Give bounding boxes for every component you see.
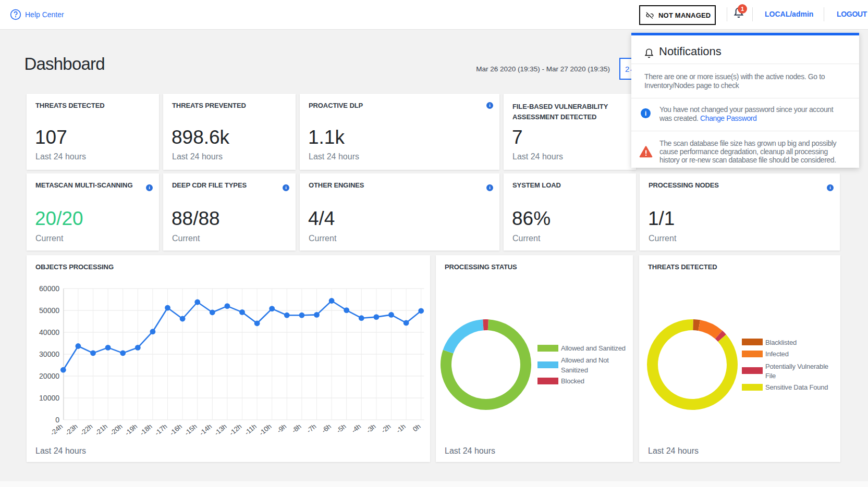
svg-text:-21h: -21h: [93, 422, 109, 437]
svg-text:10000: 10000: [39, 394, 59, 402]
svg-text:30000: 30000: [39, 350, 59, 358]
svg-text:-5h: -5h: [335, 422, 348, 435]
svg-text:-12h: -12h: [228, 422, 243, 437]
svg-text:-8h: -8h: [290, 422, 303, 435]
svg-text:-17h: -17h: [153, 422, 169, 437]
svg-text:50000: 50000: [39, 306, 59, 315]
svg-text:-7h: -7h: [305, 422, 317, 435]
svg-text:-23h: -23h: [64, 422, 79, 437]
svg-text:60000: 60000: [39, 284, 59, 293]
svg-text:-22h: -22h: [79, 422, 94, 437]
svg-text:-3h: -3h: [365, 422, 377, 435]
svg-text:-6h: -6h: [320, 422, 333, 435]
svg-text:0h: 0h: [411, 422, 422, 433]
svg-text:-15h: -15h: [183, 422, 199, 437]
svg-text:-9h: -9h: [275, 422, 288, 435]
svg-text:-10h: -10h: [258, 422, 273, 437]
svg-text:-2h: -2h: [380, 422, 392, 435]
svg-text:-20h: -20h: [108, 422, 124, 437]
svg-text:-13h: -13h: [213, 422, 228, 437]
svg-text:-11h: -11h: [243, 422, 258, 437]
svg-text:40000: 40000: [39, 328, 59, 336]
svg-text:-4h: -4h: [350, 422, 362, 435]
svg-text:-24h: -24h: [49, 422, 65, 437]
svg-text:-18h: -18h: [138, 422, 154, 437]
svg-text:-1h: -1h: [395, 422, 407, 435]
svg-text:-14h: -14h: [198, 422, 214, 437]
svg-text:20000: 20000: [39, 372, 59, 380]
svg-text:-19h: -19h: [124, 422, 139, 437]
svg-text:-16h: -16h: [168, 422, 184, 437]
